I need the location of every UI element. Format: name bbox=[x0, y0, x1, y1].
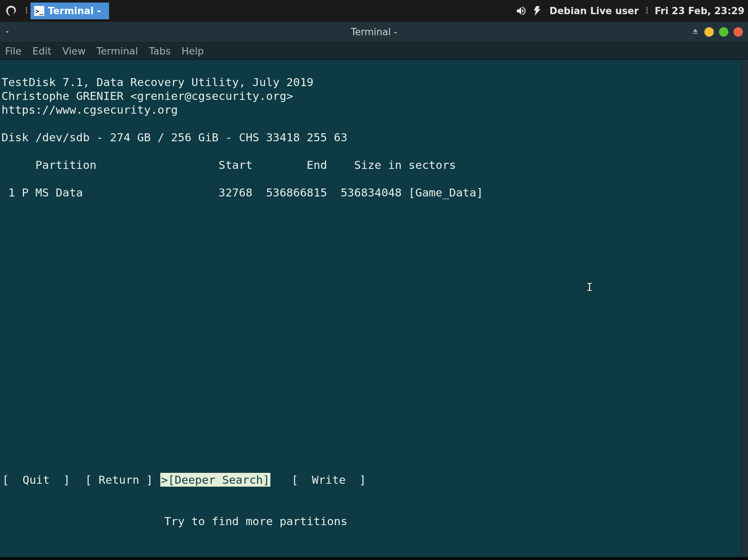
debian-menu-icon[interactable] bbox=[0, 0, 22, 22]
terminal-viewport[interactable]: TestDisk 7.1, Data Recovery Utility, Jul… bbox=[0, 60, 741, 557]
term-line: Disk /dev/sdb - 274 GB / 256 GiB - CHS 3… bbox=[1, 131, 347, 144]
menu-help[interactable]: Help bbox=[181, 45, 204, 57]
term-line: Christophe GRENIER <grenier@cgsecurity.o… bbox=[1, 89, 293, 102]
menu-file[interactable]: File bbox=[5, 45, 21, 57]
rollup-icon[interactable] bbox=[691, 27, 699, 37]
term-line: TestDisk 7.1, Data Recovery Utility, Jul… bbox=[1, 76, 314, 89]
menubar: File Edit View Terminal Tabs Help bbox=[0, 42, 748, 60]
window-menu-chevron-icon[interactable] bbox=[0, 28, 15, 36]
terminal-window: Terminal - File Edit View Terminal Tabs … bbox=[0, 22, 748, 560]
clock-label[interactable]: Fri 23 Feb, 23:29 bbox=[655, 5, 744, 16]
action-return[interactable]: [ Return ] bbox=[84, 473, 154, 487]
taskbar-item-terminal[interactable]: >_ Terminal - bbox=[31, 3, 109, 19]
minimize-button[interactable] bbox=[704, 27, 714, 37]
action-hint: Try to find more partitions bbox=[1, 514, 367, 528]
window-titlebar[interactable]: Terminal - bbox=[0, 22, 748, 42]
term-line: Partition Start End Size in sectors bbox=[1, 158, 456, 171]
window-border-bottom bbox=[0, 557, 748, 560]
menu-view[interactable]: View bbox=[62, 45, 85, 57]
terminal-app-icon: >_ bbox=[34, 6, 44, 16]
window-title: Terminal - bbox=[0, 27, 748, 37]
user-label[interactable]: Debian Live user bbox=[550, 5, 639, 16]
action-deeper-search[interactable]: >[Deeper Search] bbox=[160, 473, 270, 487]
action-write[interactable]: [ Write ] bbox=[291, 473, 367, 487]
panel-separator-icon: ⋮ bbox=[643, 6, 650, 16]
menu-edit[interactable]: Edit bbox=[32, 45, 51, 57]
close-button[interactable] bbox=[733, 27, 743, 37]
menu-terminal[interactable]: Terminal bbox=[97, 45, 138, 57]
panel-separator-icon: ⋮ bbox=[22, 6, 31, 16]
top-panel: ⋮ >_ Terminal - Debian Live user ⋮ Fri 2… bbox=[0, 0, 748, 22]
taskbar-item-label: Terminal - bbox=[48, 5, 101, 16]
scrollbar[interactable] bbox=[741, 60, 748, 557]
network-wired-icon[interactable] bbox=[532, 4, 545, 17]
term-line: https://www.cgsecurity.org bbox=[1, 103, 178, 116]
testdisk-action-menu: [ Quit ] [ Return ] >[Deeper Search] [ W… bbox=[1, 445, 367, 556]
term-line: 1 P MS Data 32768 536866815 536834048 [G… bbox=[1, 186, 483, 199]
volume-icon[interactable] bbox=[515, 4, 528, 17]
maximize-button[interactable] bbox=[719, 27, 728, 37]
text-cursor-icon: I bbox=[586, 281, 593, 293]
action-quit[interactable]: [ Quit ] bbox=[1, 473, 71, 487]
menu-tabs[interactable]: Tabs bbox=[149, 45, 171, 57]
